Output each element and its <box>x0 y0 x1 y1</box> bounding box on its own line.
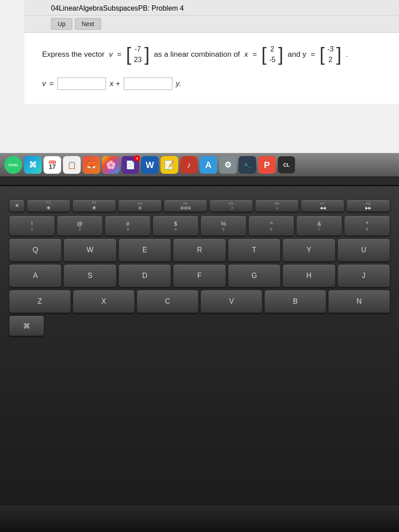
problem-statement: Express the vector v = [ -7 23 ] as a li… <box>42 43 381 66</box>
key-percent[interactable]: %5 <box>200 215 246 236</box>
keyboard-area: ☀ F1☀ F2☀ F3⊟ F4⊞⊞⊞ F5☽ F6☼ F7◀◀ <box>0 186 399 532</box>
function-key-row: ☀ F1☀ F2☀ F3⊟ F4⊞⊞⊞ F5☽ F6☼ F7◀◀ <box>9 200 390 212</box>
vector-y: [ -3 2 ] <box>320 43 342 66</box>
x-variable: x <box>244 50 248 59</box>
equals-sign-3: = <box>311 50 315 59</box>
problem-area: Express the vector v = [ -7 23 ] as a li… <box>24 33 399 104</box>
title-bar: 04LinearAlgebraSubspacesPB: Problem 4 <box>24 0 399 16</box>
key-f8[interactable]: F8▶▶ <box>346 200 390 212</box>
brightness-icon[interactable]: ☀ <box>9 200 25 212</box>
key-u[interactable]: U <box>337 239 390 262</box>
key-e[interactable]: E <box>118 239 171 262</box>
keyboard: ☀ F1☀ F2☀ F3⊟ F4⊞⊞⊞ F5☽ F6☼ F7◀◀ <box>9 200 390 339</box>
key-ampersand[interactable]: &7 <box>296 215 342 236</box>
as-linear-text: as a linear combination of <box>154 50 240 59</box>
dock-item-reminders[interactable]: 📋 <box>63 156 81 174</box>
key-z[interactable]: Z <box>9 290 71 313</box>
laptop-bottom-bar <box>0 505 399 532</box>
key-h[interactable]: H <box>282 264 335 287</box>
dock-item-music[interactable]: ♪ <box>180 156 198 174</box>
dock-item-sysprefs[interactable]: ⚙ <box>219 156 237 174</box>
bottom-row: ⌘ <box>9 316 390 336</box>
key-asterisk[interactable]: *8 <box>344 215 390 236</box>
key-f4[interactable]: F4⊞⊞⊞ <box>164 200 207 212</box>
qwerty-row-3: Z X C V B N <box>9 290 390 313</box>
key-s[interactable]: S <box>63 264 116 287</box>
dock: 37051 ⌘ OCT 17 📋 🦊 🌸 📄 4 <box>0 153 399 177</box>
up-button[interactable]: Up <box>51 18 72 30</box>
dock-item-photos[interactable]: 🌸 <box>102 156 120 174</box>
key-f6[interactable]: F6☼ <box>255 200 299 212</box>
dock-item-cl[interactable]: CL <box>278 156 295 174</box>
coefficient-y-input[interactable] <box>124 78 172 90</box>
key-f5[interactable]: F5☽ <box>209 200 253 212</box>
dock-item-acrobat[interactable]: A <box>200 156 217 174</box>
page-title: 04LinearAlgebraSubspacesPB: Problem 4 <box>51 4 184 12</box>
answer-equals: = <box>50 79 54 88</box>
dock-item-compass[interactable]: 37051 <box>4 156 22 174</box>
key-f1[interactable]: F1☀ <box>27 200 70 212</box>
key-f3[interactable]: F3⊟ <box>118 200 162 212</box>
toolbar: Up Next <box>24 16 399 33</box>
key-f7[interactable]: F7◀◀ <box>301 200 344 212</box>
answer-v-label: v <box>42 79 46 88</box>
problem-prefix: Express the vector <box>42 50 105 59</box>
key-n[interactable]: N <box>328 290 390 313</box>
key-b[interactable]: B <box>264 290 326 313</box>
vector-y-top: -3 <box>327 44 333 54</box>
dock-item-word[interactable]: W <box>141 156 159 174</box>
screen: 04LinearAlgebraSubspacesPB: Problem 4 Up… <box>0 0 399 186</box>
key-x[interactable]: X <box>73 290 135 313</box>
vector-x-bot: -5 <box>269 55 275 65</box>
and-y-text: and y <box>288 50 306 59</box>
vector-v: [ -7 23 ] <box>126 43 149 66</box>
equals-sign: = <box>117 50 121 59</box>
key-c[interactable]: C <box>137 290 199 313</box>
dock-item-safari[interactable]: ⌘ <box>24 156 42 174</box>
key-exclaim[interactable]: !1 <box>9 215 55 236</box>
x-plus-label: x + <box>110 79 120 88</box>
key-dollar[interactable]: $4 <box>153 215 199 236</box>
coefficient-x-input[interactable] <box>57 78 106 90</box>
vector-v-bot: 23 <box>134 55 142 65</box>
qwerty-row-2: A S D F G H J <box>9 264 390 287</box>
clipboard-badge: 4 <box>134 155 140 161</box>
dock-item-calendar[interactable]: OCT 17 <box>43 156 61 174</box>
y-period-label: y. <box>176 79 181 88</box>
key-a[interactable]: A <box>9 264 62 287</box>
vector-y-bot: 2 <box>329 55 332 65</box>
qwerty-row-1: Q W E R T Y U <box>9 239 390 262</box>
key-at[interactable]: @2 <box>57 215 103 236</box>
key-caret[interactable]: ^6 <box>248 215 294 236</box>
v-variable: v <box>109 50 113 59</box>
number-row: !1 @2 #3 $4 %5 ^6 &7 *8 <box>9 215 390 236</box>
key-t[interactable]: T <box>228 239 281 262</box>
key-v[interactable]: V <box>200 290 262 313</box>
key-f2[interactable]: F2☀ <box>72 200 116 212</box>
dock-item-notes[interactable]: 📝 <box>160 156 178 174</box>
dock-item-clipboard[interactable]: 📄 4 <box>121 156 139 174</box>
key-g[interactable]: G <box>228 264 281 287</box>
vector-x-top: 2 <box>270 44 274 54</box>
key-d[interactable]: D <box>118 264 171 287</box>
next-button[interactable]: Next <box>75 18 101 30</box>
dock-item-powerpoint[interactable]: P <box>258 156 276 174</box>
key-j[interactable]: J <box>337 264 390 287</box>
vector-x: [ 2 -5 ] <box>262 43 284 66</box>
key-cmd-left[interactable]: ⌘ <box>9 316 44 336</box>
key-w[interactable]: W <box>63 239 116 262</box>
key-y[interactable]: Y <box>282 239 335 262</box>
key-q[interactable]: Q <box>9 239 62 262</box>
key-f[interactable]: F <box>173 264 226 287</box>
vector-v-top: -7 <box>135 44 141 54</box>
dock-item-terminal[interactable]: >_ <box>239 156 256 174</box>
answer-row: v = x + y. <box>42 75 381 93</box>
key-r[interactable]: R <box>173 239 226 262</box>
key-hash[interactable]: #3 <box>105 215 151 236</box>
equals-sign-2: = <box>253 50 257 59</box>
app-content: 04LinearAlgebraSubspacesPB: Problem 4 Up… <box>0 0 399 168</box>
dock-item-firefox[interactable]: 🦊 <box>82 156 100 174</box>
